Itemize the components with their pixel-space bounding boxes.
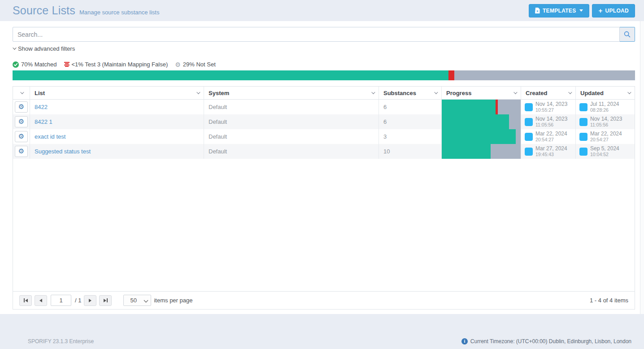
- table-body: ⚙8422Default6Nov 14, 202310:55:27Jul 11,…: [13, 100, 635, 159]
- page-title: Source Lists: [13, 4, 75, 17]
- show-advanced-filters-toggle[interactable]: Show advanced filters: [13, 44, 75, 52]
- first-page-icon: [25, 299, 28, 302]
- pagination-last-button[interactable]: [99, 295, 112, 306]
- progress-legend: 70% Matched <1% Test 3 (Maintain Mapping…: [13, 61, 635, 68]
- legend-not-set-label: 29% Not Set: [183, 61, 216, 68]
- progress-matched-segment: [442, 144, 491, 159]
- app-version-label: SPORIFY 23.1.3 Enterprise: [28, 338, 94, 345]
- column-header-updated[interactable]: Updated: [576, 87, 635, 99]
- chevron-down-icon: [196, 90, 200, 94]
- chevron-down-icon: [20, 90, 24, 94]
- list-name-link[interactable]: exact id test: [30, 129, 204, 144]
- column-header-progress[interactable]: Progress: [442, 87, 521, 99]
- column-header-system[interactable]: System: [204, 87, 379, 99]
- calendar-icon: [525, 118, 533, 126]
- items-range-label: 1 - 4 of 4 items: [590, 297, 628, 304]
- row-settings-button[interactable]: ⚙: [15, 116, 28, 127]
- grid-header: List System Substances Progress Created …: [13, 87, 635, 100]
- column-label: Updated: [580, 90, 604, 96]
- chevron-down-icon: [371, 90, 375, 94]
- datetime: Mar 22, 202420:54:27: [535, 131, 567, 142]
- pagination-first-button[interactable]: [19, 295, 32, 306]
- calendar-icon: [525, 148, 533, 156]
- list-name: 8422: [35, 104, 48, 110]
- created-cell: Nov 14, 202310:55:27: [521, 100, 576, 114]
- table-row: ⚙Suggested status testDefault10Mar 27, 2…: [13, 144, 635, 159]
- page-size-select[interactable]: 50: [123, 295, 151, 306]
- date-label: Nov 14, 2023: [590, 116, 622, 122]
- pagination-bar: / 1 50 items per page 1 - 4 of 4 items: [13, 291, 635, 309]
- substances-cell: 6: [379, 114, 442, 129]
- gear-icon: ⚙: [175, 61, 181, 68]
- page-size-select-wrap: 50: [123, 295, 151, 306]
- datetime: Mar 22, 202420:54:27: [590, 131, 622, 142]
- column-label: List: [35, 90, 45, 96]
- column-label: Created: [526, 90, 547, 96]
- date-label: Nov 14, 2023: [535, 116, 567, 122]
- column-header-substances[interactable]: Substances: [379, 87, 442, 99]
- date-label: Nov 14, 2023: [535, 101, 567, 107]
- row-progress-bar: [442, 100, 521, 114]
- row-settings-button[interactable]: ⚙: [15, 146, 28, 157]
- datetime: Nov 14, 202311:05:56: [535, 116, 567, 127]
- list-name-link[interactable]: Suggested status test: [30, 144, 204, 159]
- datetime: Sep 5, 202410:04:52: [590, 146, 619, 157]
- info-icon: i: [461, 338, 468, 345]
- page-number-input[interactable]: [51, 295, 71, 306]
- list-name-link[interactable]: 8422: [30, 100, 204, 114]
- gear-icon: ⚙: [18, 148, 24, 155]
- row-settings-button[interactable]: ⚙: [15, 101, 28, 113]
- search-button[interactable]: [620, 27, 635, 42]
- show-advanced-filters-label: Show advanced filters: [18, 45, 75, 52]
- pagination-next-button[interactable]: [84, 295, 96, 306]
- progress-matched-segment: [442, 129, 516, 144]
- column-header-actions[interactable]: [13, 87, 30, 99]
- system-cell: Default: [204, 114, 379, 129]
- templates-button[interactable]: x TEMPLATES: [529, 4, 589, 17]
- created-cell: Mar 22, 202420:54:27: [521, 129, 576, 144]
- substances-cell: 3: [379, 129, 442, 144]
- upload-button-label: UPLOAD: [605, 8, 629, 14]
- row-progress-bar: [442, 114, 521, 129]
- time-label: 20:54:27: [590, 137, 622, 142]
- system-cell: Default: [204, 144, 379, 159]
- total-pages-label: / 1: [75, 297, 81, 304]
- time-label: 20:54:27: [535, 137, 567, 142]
- progress-matched-segment: [442, 100, 496, 114]
- row-actions-cell: ⚙: [13, 100, 30, 114]
- source-lists-grid: List System Substances Progress Created …: [13, 86, 635, 310]
- system-cell: Default: [204, 100, 379, 114]
- created-cell: Mar 27, 202419:45:43: [521, 144, 576, 159]
- row-progress-bar: [442, 144, 521, 159]
- table-row: ⚙8422Default6Nov 14, 202310:55:27Jul 11,…: [13, 100, 635, 114]
- column-label: Substances: [383, 90, 416, 96]
- red-bars-icon: [64, 62, 70, 67]
- time-label: 08:28:26: [590, 107, 619, 113]
- calendar-icon: [525, 103, 533, 111]
- calendar-icon: [579, 148, 587, 156]
- date-label: Mar 27, 2024: [535, 146, 567, 152]
- column-header-created[interactable]: Created: [521, 87, 576, 99]
- row-settings-button[interactable]: ⚙: [15, 131, 28, 142]
- chevron-down-icon: [568, 90, 572, 94]
- table-row: ⚙8422 1Default6Nov 14, 202311:05:56Nov 1…: [13, 114, 635, 129]
- row-actions-cell: ⚙: [13, 114, 30, 129]
- time-label: 10:04:52: [590, 152, 619, 157]
- items-per-page-label: items per page: [154, 297, 192, 304]
- templates-button-label: TEMPLATES: [543, 8, 576, 14]
- legend-test3-label: <1% Test 3 (Maintain Mapping False): [72, 61, 168, 68]
- search-input[interactable]: [13, 27, 620, 42]
- next-page-icon: [89, 299, 91, 302]
- progress-matched-segment: [13, 70, 448, 80]
- upload-button[interactable]: + UPLOAD: [592, 4, 635, 17]
- scrollbar-track[interactable]: [640, 21, 644, 314]
- pagination-prev-button[interactable]: [35, 295, 47, 306]
- timezone-wrap: i Current Timezone: (UTC+00:00) Dublin, …: [461, 338, 631, 345]
- plus-icon: +: [598, 7, 602, 14]
- prev-page-icon: [39, 299, 42, 302]
- title-wrap: Source Lists Manage source substance lis…: [13, 4, 159, 17]
- legend-item-matched: 70% Matched: [13, 61, 57, 68]
- list-name-link[interactable]: 8422 1: [30, 114, 204, 129]
- column-header-list[interactable]: List: [30, 87, 204, 99]
- search-row: [13, 27, 635, 42]
